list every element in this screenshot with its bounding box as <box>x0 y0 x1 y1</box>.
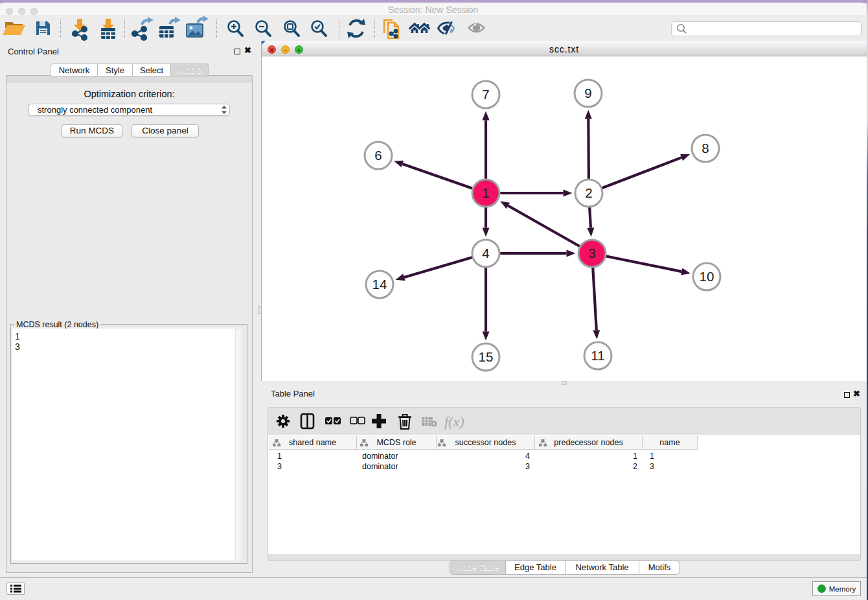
svg-text:15: 15 <box>479 349 494 364</box>
svg-text:8: 8 <box>702 141 709 156</box>
svg-text:1: 1 <box>482 185 489 200</box>
svg-text:4: 4 <box>482 246 489 260</box>
svg-text:2: 2 <box>585 185 592 200</box>
svg-text:9: 9 <box>584 86 591 100</box>
svg-text:14: 14 <box>372 277 387 292</box>
svg-text:6: 6 <box>374 148 382 163</box>
svg-text:11: 11 <box>591 348 604 363</box>
svg-text:7: 7 <box>482 87 489 102</box>
svg-text:3: 3 <box>588 246 595 260</box>
svg-text:10: 10 <box>700 269 714 284</box>
svg-text:f(x): f(x) <box>444 413 464 430</box>
